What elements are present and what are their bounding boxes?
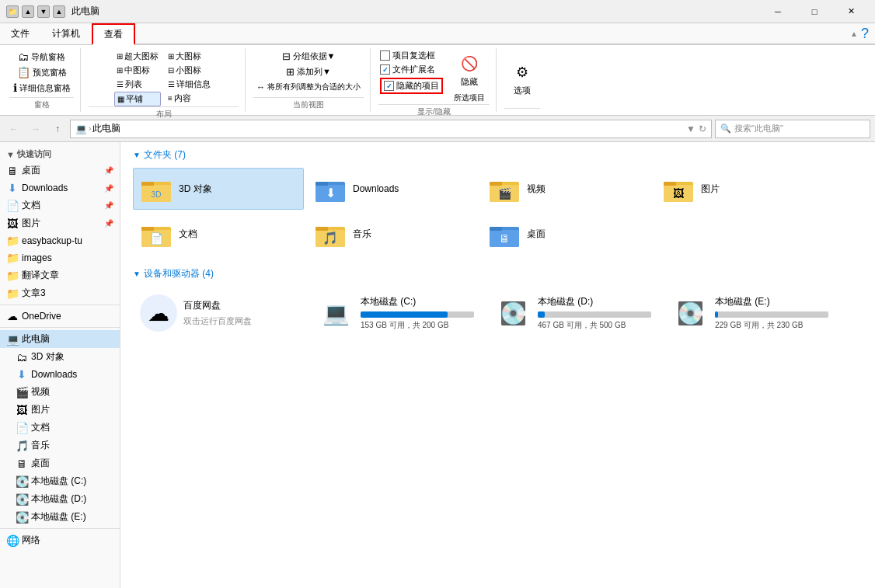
ribbon: 文件 计算机 查看 ▲ ? 🗂 导航窗格 📋 预览窗格 [0, 23, 875, 116]
hide-button[interactable]: 🚫 隐藏 [451, 51, 488, 89]
preview-pane-button[interactable]: 📋 预览窗格 [14, 65, 70, 79]
ribbon-group-show-hide: 项目复选框 文件扩展名 隐藏的项目 🚫 隐藏 [372, 48, 497, 112]
add-column-button[interactable]: ⊞ 添加列▼ [283, 65, 334, 78]
drive-item-d[interactable]: 💽 本地磁盘 (D:) 467 GB 可用，共 500 GB [487, 287, 658, 339]
folders-chevron: ▼ [133, 151, 141, 159]
sidebar-item-downloads2[interactable]: ⬇ Downloads [0, 366, 120, 383]
folder-item-3d[interactable]: 3D 3D 对象 [133, 168, 304, 210]
sidebar-item-translate[interactable]: 📁 翻译文章 [0, 266, 120, 284]
sidebar-item-this-pc[interactable]: 💻 此电脑 [0, 330, 120, 348]
layout-large-icon[interactable]: ⊞大图标 [166, 50, 213, 63]
folder-item-downloads[interactable]: ⬇ Downloads [307, 168, 478, 210]
sidebar-item-pictures[interactable]: 🖼 图片 📌 [0, 214, 120, 232]
content-area: ▼ 文件夹 (7) 3D 3D 对象 [120, 142, 875, 588]
layout-medium-icon[interactable]: ⊞中图标 [114, 64, 161, 77]
options-button[interactable]: ⚙ 选项 [504, 60, 540, 98]
tab-file[interactable]: 文件 [0, 23, 41, 44]
item-checkbox-option[interactable]: 项目复选框 [380, 50, 443, 61]
layout-list[interactable]: ☰列表 [114, 78, 161, 91]
current-view-content: ⊟ 分组依据▼ ⊞ 添加列▼ ↔ 将所有列调整为合适的大小 [253, 50, 364, 97]
drive-c-bar-fill [361, 311, 448, 318]
nav-pane-button[interactable]: 🗂 导航窗格 [15, 50, 68, 64]
breadcrumb-pc-label: 此电脑 [92, 122, 120, 135]
tab-view[interactable]: 查看 [92, 23, 135, 45]
folders-grid: 3D 3D 对象 ⬇ Downloads [133, 168, 863, 255]
svg-text:🖼: 🖼 [673, 187, 684, 200]
hidden-items-option[interactable]: 隐藏的项目 [380, 78, 443, 94]
ribbon-content: 🗂 导航窗格 📋 预览窗格 ℹ 详细信息窗格 窗格 ⊞超大图标 [0, 45, 875, 115]
back-button[interactable]: ← [5, 120, 23, 138]
help-icon[interactable]: ? [861, 26, 869, 42]
drive-item-baidu[interactable]: ☁ 百度网盘 双击运行百度网盘 [133, 287, 304, 339]
sidebar-item-drive-d[interactable]: 💽 本地磁盘 (D:) [0, 490, 120, 508]
options-label [504, 108, 540, 110]
quick-access-chevron: ▼ [6, 150, 15, 159]
sidebar-item-drive-c[interactable]: 💽 本地磁盘 (C:) [0, 472, 120, 490]
refresh-icon[interactable]: ↻ [699, 124, 706, 134]
downloads-icon2: ⬇ [16, 368, 28, 381]
quick-access-header[interactable]: ▼ 快速访问 [0, 145, 120, 162]
forward-button[interactable]: → [26, 120, 45, 138]
tab-computer[interactable]: 计算机 [41, 23, 92, 44]
quick-access-icon: ▲ [22, 5, 34, 18]
sidebar-item-downloads[interactable]: ⬇ Downloads 📌 [0, 179, 120, 197]
details-pane-button[interactable]: ℹ 详细信息窗格 [10, 81, 74, 95]
onedrive-icon: ☁ [6, 310, 19, 322]
3d-icon: 🗂 [16, 351, 28, 364]
folder-icon-3d: 3D [140, 172, 173, 205]
drive-e-bar-fill [715, 311, 718, 318]
ribbon-group-layout: ⊞超大图标 ⊞大图标 ⊞中图标 ⊟小图标 ☰列表 ☰详细信息 ▦ [82, 48, 246, 112]
music-icon: 🎵 [16, 440, 28, 452]
sidebar-item-images[interactable]: 📁 images [0, 249, 120, 266]
search-box[interactable]: 🔍 搜索"此电脑" [715, 120, 870, 138]
layout-small-icon[interactable]: ⊟小图标 [166, 64, 213, 77]
folder-icon-desktop: 🖥 [488, 217, 521, 250]
sidebar-item-documents2[interactable]: 📄 文档 [0, 419, 120, 437]
maximize-button[interactable]: □ [797, 0, 832, 23]
sort-by-button[interactable]: ⊟ 分组依据▼ [279, 50, 339, 63]
sidebar-item-network[interactable]: 🌐 网络 [0, 531, 120, 549]
close-button[interactable]: ✕ [833, 0, 869, 23]
drive-c-bar-bg [361, 311, 474, 318]
address-dropdown-icon[interactable]: ▼ [686, 124, 695, 134]
sidebar-item-desktop2[interactable]: 🖥 桌面 [0, 454, 120, 472]
devices-section-header[interactable]: ▼ 设备和驱动器 (4) [133, 267, 863, 280]
folder-item-desktop[interactable]: 🖥 桌面 [481, 213, 652, 255]
folder-item-music[interactable]: 🎵 音乐 [307, 213, 478, 255]
sidebar-item-article3[interactable]: 📁 文章3 [0, 284, 120, 302]
file-ext-option[interactable]: 文件扩展名 [380, 64, 443, 75]
folder-name-downloads: Downloads [353, 183, 399, 194]
layout-tile[interactable]: ▦平铺 [114, 92, 161, 106]
layout-content: ⊞超大图标 ⊞大图标 ⊞中图标 ⊟小图标 ☰列表 ☰详细信息 ▦ [114, 50, 213, 106]
fit-columns-button[interactable]: ↔ 将所有列调整为合适的大小 [253, 81, 364, 93]
layout-content[interactable]: ≡内容 [166, 92, 213, 105]
layout-details[interactable]: ☰详细信息 [166, 78, 213, 91]
sidebar-item-easybackup[interactable]: 📁 easybackup-tu [0, 232, 120, 249]
sidebar-item-music[interactable]: 🎵 音乐 [0, 437, 120, 454]
sidebar-item-video[interactable]: 🎬 视频 [0, 383, 120, 401]
folder-item-documents[interactable]: 📄 文档 [133, 213, 304, 255]
drive-c-name: 本地磁盘 (C:) [361, 295, 474, 308]
sidebar-item-pictures2[interactable]: 🖼 图片 [0, 401, 120, 419]
sidebar-item-drive-e[interactable]: 💽 本地磁盘 (E:) [0, 508, 120, 526]
selected-items-button[interactable]: 所选项目 [451, 92, 488, 104]
layout-huge-icon[interactable]: ⊞超大图标 [114, 50, 161, 63]
up-button[interactable]: ↑ [48, 120, 67, 138]
file-ext-cb [380, 64, 390, 75]
hide-icon: 🚫 [458, 53, 480, 75]
folder-item-video[interactable]: 🎬 视频 [481, 168, 652, 210]
folder-item-pictures[interactable]: 🖼 图片 [655, 168, 826, 210]
sidebar-item-onedrive[interactable]: ☁ OneDrive [0, 308, 120, 325]
minimize-button[interactable]: ─ [760, 0, 796, 23]
sidebar-item-desktop[interactable]: 🖥 桌面 📌 [0, 162, 120, 179]
address-input[interactable]: 💻 › 此电脑 ▼ ↻ [70, 120, 712, 138]
sidebar-item-documents[interactable]: 📄 文档 📌 [0, 197, 120, 214]
folders-section-header[interactable]: ▼ 文件夹 (7) [133, 148, 863, 162]
drive-item-c[interactable]: 💻 本地磁盘 (C:) 153 GB 可用，共 200 GB [310, 287, 481, 339]
folder-name-desktop: 桌面 [527, 228, 546, 241]
drive-item-e[interactable]: 💽 本地磁盘 (E:) 229 GB 可用，共 230 GB [664, 287, 835, 339]
drive-d-name: 本地磁盘 (D:) [538, 295, 651, 308]
main-layout: ▼ 快速访问 🖥 桌面 📌 ⬇ Downloads 📌 📄 文档 📌 🖼 图片 … [0, 142, 875, 588]
sidebar-item-3dobjects[interactable]: 🗂 3D 对象 [0, 348, 120, 366]
ribbon-collapse-icon[interactable]: ▲ [850, 30, 858, 38]
